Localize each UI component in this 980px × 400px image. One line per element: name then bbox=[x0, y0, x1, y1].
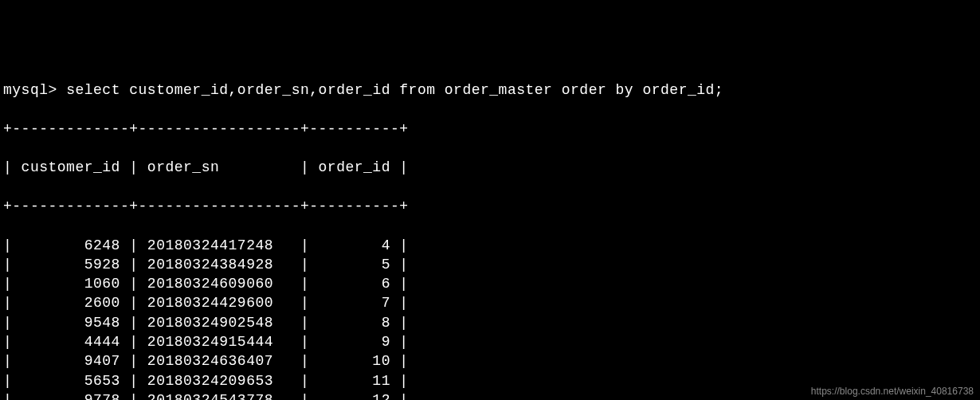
table-row: | 5928 | 20180324384928 | 5 | bbox=[3, 255, 977, 274]
query-line-1: mysql> select customer_id,order_sn,order… bbox=[3, 80, 977, 100]
table-row: | 1060 | 20180324609060 | 6 | bbox=[3, 274, 977, 293]
table-row: | 9407 | 20180324636407 | 10 | bbox=[3, 351, 977, 371]
table-body: | 6248 | 20180324417248 | 4 || 5928 | 20… bbox=[3, 236, 977, 400]
table-header: | customer_id | order_sn | order_id | bbox=[3, 158, 977, 177]
mysql-prompt: mysql> bbox=[3, 82, 57, 98]
table-row: | 6248 | 20180324417248 | 4 | bbox=[3, 236, 977, 255]
watermark: https://blog.csdn.net/weixin_40816738 bbox=[811, 385, 974, 398]
table-row: | 9548 | 20180324902548 | 8 | bbox=[3, 313, 977, 332]
table-border-top: +-------------+------------------+------… bbox=[3, 120, 977, 139]
table-border-mid: +-------------+------------------+------… bbox=[3, 197, 977, 216]
table-row: | 2600 | 20180324429600 | 7 | bbox=[3, 293, 977, 312]
sql-query-1: select customer_id,order_sn,order_id fro… bbox=[66, 82, 723, 98]
table-row: | 4444 | 20180324915444 | 9 | bbox=[3, 332, 977, 351]
